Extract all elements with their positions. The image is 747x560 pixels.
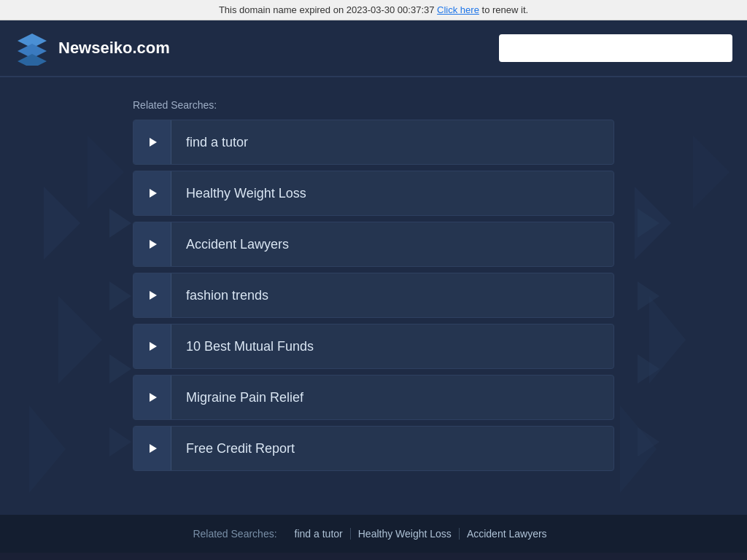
svg-marker-21: [150, 240, 157, 249]
play-icon: [147, 443, 158, 454]
svg-marker-24: [150, 393, 157, 402]
svg-marker-23: [150, 342, 157, 351]
result-arrow-fashion-trends: [133, 273, 171, 317]
play-icon: [147, 136, 158, 148]
play-icon: [147, 341, 158, 352]
result-label-accident-lawyers: Accident Lawyers: [171, 224, 614, 265]
svg-marker-10: [693, 136, 729, 209]
footer-related-label: Related Searches:: [193, 528, 276, 540]
play-icon: [147, 392, 158, 403]
svg-marker-8: [649, 296, 686, 384]
svg-marker-5: [29, 405, 66, 493]
svg-marker-18: [638, 427, 659, 456]
search-input[interactable]: [499, 34, 732, 62]
header: Newseiko.com: [0, 20, 747, 77]
result-label-healthy-weight-loss: Healthy Weight Loss: [171, 173, 614, 214]
play-icon: [147, 238, 158, 250]
svg-marker-16: [638, 281, 659, 311]
result-label-free-credit-report: Free Credit Report: [171, 428, 614, 470]
footer: Related Searches: find a tutorHealthy We…: [0, 515, 747, 553]
svg-marker-4: [58, 296, 102, 384]
result-item-find-a-tutor[interactable]: find a tutor: [133, 120, 614, 165]
expired-suffix: to renew it.: [482, 4, 529, 15]
expired-notice: This domain name expired on 2023-03-30 0…: [0, 0, 747, 20]
play-icon: [147, 289, 158, 301]
footer-find-tutor[interactable]: find a tutor: [287, 528, 351, 540]
result-item-10-best-mutual-funds[interactable]: 10 Best Mutual Funds: [133, 324, 614, 369]
result-item-migraine-pain-relief[interactable]: Migraine Pain Relief: [133, 375, 614, 420]
result-arrow-healthy-weight-loss: [133, 171, 171, 215]
svg-marker-17: [638, 354, 659, 384]
results-list: find a tutorHealthy Weight LossAccident …: [133, 120, 614, 471]
result-arrow-10-best-mutual-funds: [133, 324, 171, 368]
svg-marker-22: [150, 291, 157, 300]
footer-accident-lawyers[interactable]: Accident Lawyers: [460, 528, 554, 540]
play-icon: [147, 187, 158, 199]
svg-marker-19: [150, 138, 157, 147]
svg-marker-3: [44, 187, 80, 260]
result-label-fashion-trends: fashion trends: [171, 275, 614, 316]
main-content: Related Searches: find a tutorHealthy We…: [0, 77, 747, 515]
result-item-accident-lawyers[interactable]: Accident Lawyers: [133, 222, 614, 267]
svg-marker-2: [18, 54, 47, 66]
svg-marker-25: [150, 444, 157, 453]
result-item-healthy-weight-loss[interactable]: Healthy Weight Loss: [133, 171, 614, 216]
renew-link[interactable]: Click here: [437, 4, 479, 15]
svg-marker-20: [150, 189, 157, 198]
expired-text: This domain name expired on 2023-03-30 0…: [219, 4, 435, 15]
result-arrow-accident-lawyers: [133, 222, 171, 266]
footer-healthy-weight[interactable]: Healthy Weight Loss: [351, 528, 460, 540]
footer-links: find a tutorHealthy Weight LossAccident …: [287, 528, 554, 540]
result-item-fashion-trends[interactable]: fashion trends: [133, 273, 614, 318]
logo-area: Newseiko.com: [15, 31, 170, 66]
related-searches-heading: Related Searches:: [133, 99, 614, 111]
result-arrow-migraine-pain-relief: [133, 376, 171, 419]
search-results-container: Related Searches: find a tutorHealthy We…: [118, 99, 629, 471]
result-item-free-credit-report[interactable]: Free Credit Report: [133, 426, 614, 471]
svg-marker-7: [635, 187, 671, 260]
result-label-find-a-tutor: find a tutor: [171, 122, 614, 163]
svg-marker-15: [638, 209, 659, 238]
result-label-10-best-mutual-funds: 10 Best Mutual Funds: [171, 326, 614, 368]
result-arrow-find-a-tutor: [133, 120, 171, 164]
result-arrow-free-credit-report: [133, 427, 171, 470]
result-label-migraine-pain-relief: Migraine Pain Relief: [171, 377, 614, 419]
site-title: Newseiko.com: [58, 39, 170, 58]
logo-icon: [15, 31, 50, 66]
